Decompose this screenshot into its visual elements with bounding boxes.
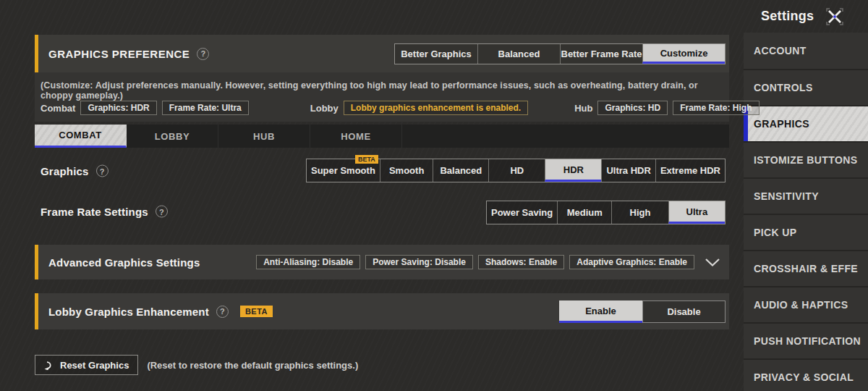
graphics-preference-header: GRAPHICS PREFERENCE ? Better Graphics Ba…: [35, 35, 729, 72]
frame-rate-row: Frame Rate Settings ? Power Saving Mediu…: [35, 194, 729, 229]
mode-summary: Combat Graphics: HDR Frame Rate: Ultra L…: [41, 101, 760, 115]
frame-rate-label-group: Frame Rate Settings ?: [41, 206, 168, 218]
sidebar-item-graphics[interactable]: GRAPHICS: [744, 105, 868, 141]
sidebar-item-customize-buttons[interactable]: ISTOMIZE BUTTONS: [744, 141, 868, 177]
advanced-badges: Anti-Aliasing: Disable Power Saving: Dis…: [251, 255, 694, 269]
settings-screen: Settings ACCOUNT CONTROLS GRAPHICS ISTOM…: [0, 0, 868, 391]
lobby-enhancement-bar: Lobby Graphics Enhancement ? BETA Enable…: [35, 293, 729, 329]
combat-frame-rate-badge: Frame Rate: Ultra: [162, 101, 249, 115]
sidebar-item-audio-haptics[interactable]: AUDIO & HAPTICS: [744, 286, 868, 322]
option-ultra-hdr[interactable]: Ultra HDR: [601, 159, 655, 182]
help-icon[interactable]: ?: [96, 165, 109, 177]
settings-title: Settings: [761, 9, 814, 24]
option-extreme-hdr[interactable]: Extreme HDR: [655, 159, 725, 182]
anti-aliasing-badge: Anti-Aliasing: Disable: [256, 255, 360, 269]
mode-tabbar: COMBAT LOBBY HUB HOME: [35, 125, 729, 148]
settings-sidebar: ACCOUNT CONTROLS GRAPHICS ISTOMIZE BUTTO…: [744, 33, 868, 391]
reset-row: Reset Graphics (Reset to restore the def…: [35, 355, 358, 375]
hub-summary-label: Hub: [574, 103, 592, 114]
chevron-down-icon: [705, 258, 720, 267]
combat-summary-label: Combat: [41, 103, 75, 114]
sidebar-item-label: PICK UP: [754, 227, 797, 238]
option-high[interactable]: High: [611, 201, 668, 224]
sidebar-item-label: PRIVACY & SOCIAL: [754, 371, 854, 383]
lobby-enhancement-badge: Lobby graphics enhancement is enabled.: [344, 101, 528, 115]
hub-frame-rate-badge: Frame Rate: High: [673, 101, 759, 115]
option-smooth[interactable]: Smooth: [380, 159, 433, 182]
customize-note: (Customize: Adjust preferences manually.…: [41, 80, 729, 101]
help-icon[interactable]: ?: [156, 206, 168, 218]
tab-hub[interactable]: HUB: [218, 125, 310, 148]
preset-balanced[interactable]: Balanced: [477, 44, 560, 64]
preset-group: Better Graphics Balanced Better Frame Ra…: [394, 43, 726, 64]
reset-icon: [44, 361, 55, 370]
lobby-enhancement-options: Enable Disable: [559, 300, 726, 323]
disable-button[interactable]: Disable: [642, 300, 726, 323]
sidebar-item-label: ISTOMIZE BUTTONS: [754, 154, 858, 166]
power-saving-badge: Power Saving: Disable: [365, 255, 473, 269]
graphics-quality-options: Super Smooth BETA Smooth Balanced HD HDR…: [306, 159, 726, 182]
option-power-saving[interactable]: Power Saving: [487, 201, 557, 224]
option-hdr[interactable]: HDR: [545, 159, 601, 182]
option-balanced[interactable]: Balanced: [433, 159, 488, 182]
option-hd[interactable]: HD: [488, 159, 545, 182]
frame-rate-label: Frame Rate Settings: [41, 206, 148, 218]
sidebar-item-push-notifications[interactable]: PUSH NOTIFICATION: [744, 322, 868, 358]
lobby-summary-label: Lobby: [310, 103, 339, 114]
tab-combat[interactable]: COMBAT: [35, 125, 127, 148]
graphics-quality-row: Graphics ? Super Smooth BETA Smooth Bala…: [35, 154, 729, 188]
reset-graphics-label: Reset Graphics: [60, 360, 129, 371]
help-icon[interactable]: ?: [216, 306, 229, 318]
sidebar-item-pick-up[interactable]: PICK UP: [744, 214, 868, 250]
hub-graphics-badge: Graphics: HD: [597, 101, 668, 115]
reset-note: (Reset to restore the default graphics s…: [147, 360, 358, 371]
sidebar-item-crosshair-effects[interactable]: CROSSHAIR & EFFE: [744, 250, 868, 286]
sidebar-item-label: ACCOUNT: [754, 45, 807, 56]
sidebar-item-label: CONTROLS: [754, 82, 813, 93]
sidebar-item-sensitivity[interactable]: SENSITIVITY: [744, 177, 868, 214]
sidebar-item-label: PUSH NOTIFICATION: [754, 335, 861, 347]
advanced-graphics-title: Advanced Graphics Settings: [48, 256, 200, 269]
beta-tag: BETA: [240, 306, 273, 317]
option-ultra[interactable]: Ultra: [668, 201, 725, 224]
sidebar-item-privacy-social[interactable]: PRIVACY & SOCIAL: [744, 358, 868, 391]
close-icon: [825, 7, 845, 27]
tab-home[interactable]: HOME: [310, 125, 402, 148]
option-medium[interactable]: Medium: [557, 201, 611, 224]
graphics-quality-label: Graphics: [41, 165, 89, 177]
adaptive-graphics-badge: Adaptive Graphics: Enable: [569, 255, 694, 269]
lobby-enhancement-title: Lobby Graphics Enhancement: [48, 306, 209, 318]
preset-better-frame-rate[interactable]: Better Frame Rate: [560, 44, 642, 64]
help-icon[interactable]: ?: [197, 48, 209, 60]
frame-rate-options: Power Saving Medium High Ultra: [486, 201, 726, 224]
settings-header: Settings: [744, 0, 868, 33]
sidebar-item-label: SENSITIVITY: [754, 190, 819, 202]
sidebar-item-controls[interactable]: CONTROLS: [744, 69, 868, 105]
graphics-quality-label-group: Graphics ?: [41, 165, 109, 177]
advanced-graphics-bar[interactable]: Advanced Graphics Settings Anti-Aliasing…: [35, 245, 729, 279]
option-label: Super Smooth: [311, 165, 375, 176]
tab-lobby[interactable]: LOBBY: [127, 125, 218, 148]
sidebar-item-label: AUDIO & HAPTICS: [754, 299, 848, 311]
reset-graphics-button[interactable]: Reset Graphics: [35, 355, 138, 375]
sidebar-item-account[interactable]: ACCOUNT: [744, 33, 868, 69]
graphics-preference-title: GRAPHICS PREFERENCE: [48, 48, 190, 60]
preset-customize[interactable]: Customize: [642, 44, 725, 64]
customize-info-strip: (Customize: Adjust preferences manually.…: [35, 72, 729, 122]
sidebar-item-label: GRAPHICS: [754, 118, 809, 130]
enable-button[interactable]: Enable: [559, 300, 642, 323]
preset-better-graphics[interactable]: Better Graphics: [395, 44, 477, 64]
option-super-smooth[interactable]: Super Smooth BETA: [307, 159, 380, 182]
close-button[interactable]: [824, 6, 846, 28]
combat-graphics-badge: Graphics: HDR: [80, 101, 156, 115]
expand-advanced-button[interactable]: [705, 258, 720, 267]
sidebar-item-label: CROSSHAIR & EFFE: [754, 263, 858, 274]
shadows-badge: Shadows: Enable: [478, 255, 564, 269]
beta-tag: BETA: [355, 155, 378, 164]
